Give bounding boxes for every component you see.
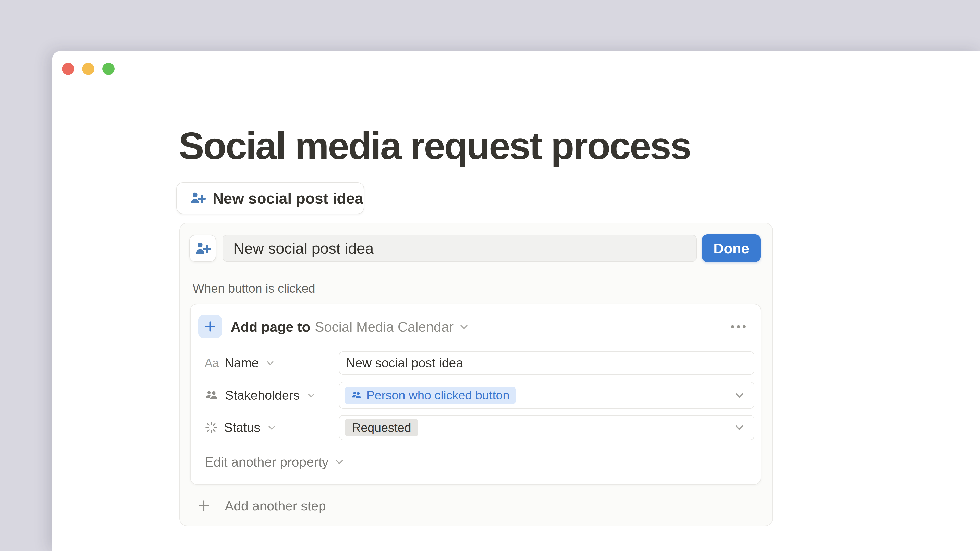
minimize-window-button[interactable] (82, 63, 94, 75)
window-controls (62, 63, 115, 75)
step-target-select[interactable]: Social Media Calendar (315, 319, 453, 335)
people-icon (205, 390, 219, 401)
property-selector-stakeholders[interactable]: Stakeholders (205, 382, 317, 409)
status-chip[interactable]: Requested (345, 419, 418, 437)
done-button[interactable]: Done (702, 234, 760, 262)
person-plus-icon (194, 241, 211, 256)
chevron-down-icon (265, 358, 275, 368)
status-icon (205, 421, 218, 434)
chevron-down-icon (334, 456, 345, 468)
person-chip-label: Person who clicked button (366, 388, 509, 402)
chevron-down-icon (306, 390, 317, 401)
app-window: Social media request process New social … (52, 51, 980, 551)
step-menu-button[interactable] (730, 324, 747, 330)
name-value: New social post idea (339, 356, 463, 370)
stakeholders-value-field[interactable]: Person who clicked button (339, 382, 754, 409)
property-label: Status (224, 420, 260, 435)
person-chip[interactable]: Person who clicked button (345, 387, 515, 404)
property-label: Name (224, 356, 259, 370)
add-another-step-button[interactable]: Add another step (197, 498, 326, 513)
button-config-panel: Done When button is clicked Add page to … (180, 223, 773, 526)
chevron-down-icon[interactable] (733, 389, 746, 402)
edit-another-property-label: Edit another property (205, 454, 329, 470)
chevron-down-icon[interactable] (458, 321, 470, 333)
people-icon (351, 391, 363, 400)
property-label: Stakeholders (225, 388, 300, 403)
add-page-action-tile[interactable] (198, 315, 222, 338)
step-header: Add page to Social Media Calendar (231, 319, 470, 335)
chevron-down-icon[interactable] (733, 421, 746, 434)
name-value-field[interactable]: New social post idea (339, 351, 754, 375)
property-selector-name[interactable]: Aa Name (205, 351, 275, 375)
ellipsis-icon (731, 325, 734, 328)
edit-another-property-button[interactable]: Edit another property (205, 454, 345, 470)
step-card: Add page to Social Media Calendar Aa Nam… (190, 304, 761, 485)
button-type-tile[interactable] (189, 235, 216, 262)
trigger-button-label: New social post idea (213, 189, 363, 207)
new-social-post-idea-button[interactable]: New social post idea (177, 183, 364, 214)
property-row-name: Aa Name New social post idea (191, 351, 760, 375)
property-row-stakeholders: Stakeholders (191, 382, 760, 409)
button-name-input[interactable] (223, 235, 697, 262)
status-value-field[interactable]: Requested (339, 415, 754, 440)
add-another-step-label: Add another step (225, 498, 326, 513)
property-selector-status[interactable]: Status (205, 415, 277, 440)
zoom-window-button[interactable] (102, 63, 115, 75)
property-row-status: Status Requested (191, 415, 760, 440)
close-window-button[interactable] (62, 63, 74, 75)
text-icon: Aa (205, 356, 218, 370)
page-title: Social media request process (179, 127, 690, 165)
step-action-label: Add page to (231, 319, 310, 335)
plus-icon (203, 319, 217, 333)
status-chip-label: Requested (352, 421, 411, 435)
person-plus-icon (189, 191, 206, 205)
chevron-down-icon (266, 422, 277, 433)
plus-icon (197, 499, 211, 513)
trigger-caption: When button is clicked (192, 281, 315, 295)
